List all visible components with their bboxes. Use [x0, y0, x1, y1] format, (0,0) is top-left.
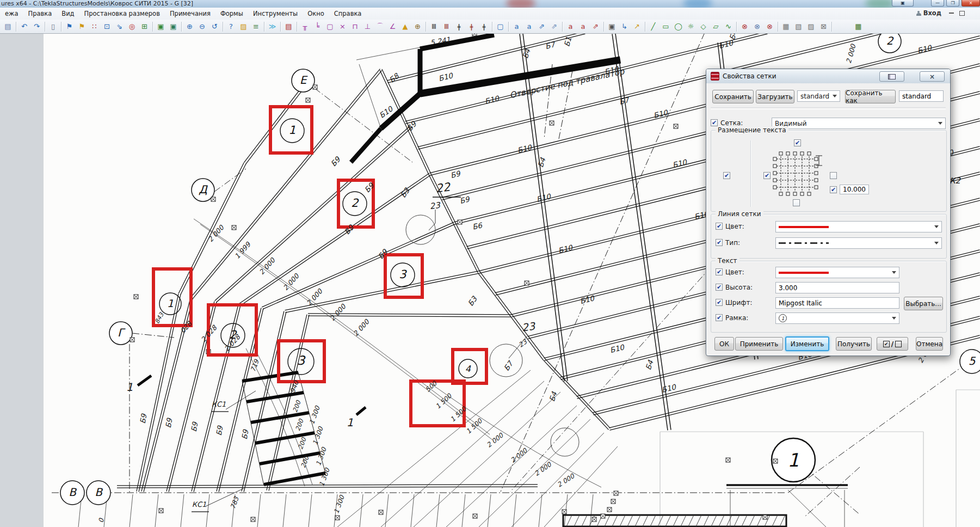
modify-button[interactable]: Изменить: [785, 336, 829, 351]
dim-perp-icon[interactable]: ╘: [311, 20, 324, 33]
note-leader1-icon[interactable]: ⇗: [535, 20, 548, 33]
zoom-previous-icon[interactable]: ↺: [208, 20, 221, 33]
dim-target-icon[interactable]: ⊕: [411, 20, 424, 33]
get-button[interactable]: Получить: [836, 337, 872, 351]
draw-curve-icon[interactable]: ∿: [722, 20, 735, 33]
draw-circle-icon[interactable]: ◯: [672, 20, 685, 33]
menu-item-9[interactable]: Справка: [329, 8, 367, 19]
dim-run2-icon[interactable]: Ⅲ: [440, 20, 453, 33]
dim-tag2-icon[interactable]: ǂ: [465, 20, 478, 33]
dialog-pin-button[interactable]: [879, 71, 904, 82]
dim-angle-icon[interactable]: ∠: [386, 20, 399, 33]
apply-button[interactable]: Применить: [735, 337, 783, 351]
draw-line-icon[interactable]: ╱: [647, 20, 660, 33]
arrow-plus-icon[interactable]: ↳: [618, 20, 631, 33]
maximize-button[interactable]: ❒: [946, 0, 959, 7]
text-height-checkbox[interactable]: ✔: [716, 284, 723, 291]
dim-bracket-icon[interactable]: ⊓: [349, 20, 361, 33]
ok-button[interactable]: ОК: [714, 337, 734, 351]
dim-cross-icon[interactable]: ×: [336, 20, 349, 33]
line-type-select[interactable]: [775, 237, 942, 249]
close-button[interactable]: ×: [961, 0, 980, 7]
draw-plate-icon[interactable]: ▱: [710, 20, 722, 33]
login-area[interactable]: Вход: [916, 9, 965, 17]
flag-yellow-icon[interactable]: ⚑: [76, 20, 88, 33]
mdi-minimize-icon[interactable]: [949, 13, 954, 14]
font-select-button[interactable]: Выбрать...: [904, 297, 943, 310]
redo-icon[interactable]: ↷: [30, 20, 43, 33]
dim-triangle-icon[interactable]: ▲: [399, 20, 411, 33]
grid-properties-dialog[interactable]: Свойства сетки × Сохранить Загрузить sta…: [706, 69, 951, 356]
minimize-button[interactable]: —: [931, 0, 944, 7]
dim-area-icon[interactable]: ▢: [324, 20, 336, 33]
save-icon[interactable]: ▤: [2, 20, 14, 33]
menu-item-1[interactable]: ежа: [0, 8, 23, 19]
new-sheet-icon[interactable]: ▯: [47, 20, 59, 33]
mark-leader-icon[interactable]: ⇗: [589, 20, 602, 33]
menu-item-5[interactable]: Примечания: [165, 8, 215, 19]
mdi-restore-icon[interactable]: [959, 11, 965, 16]
menu-item-8[interactable]: Окно: [303, 8, 329, 19]
dialog-title-bar[interactable]: Свойства сетки: [706, 69, 950, 83]
zoom-in-icon[interactable]: ⊕: [183, 20, 196, 33]
menu-item-2[interactable]: Правка: [23, 8, 57, 19]
title-bar[interactable]: ures x64 - C:\TeklaStructuresModels\Ковр…: [0, 0, 980, 8]
pin-button[interactable]: ▣: [892, 0, 914, 7]
more-tools-icon[interactable]: ≫: [266, 20, 279, 33]
nodes3-icon[interactable]: ▨: [805, 20, 817, 33]
stamp3-delete-icon[interactable]: ⊗: [763, 20, 776, 33]
save-as-input[interactable]: [899, 90, 944, 102]
nodes4-icon[interactable]: ⊠: [817, 20, 830, 33]
frame-checkbox[interactable]: ✔: [716, 314, 723, 321]
placement-top-checkbox[interactable]: ✔: [794, 139, 801, 146]
dim-arc-icon[interactable]: ⌒: [374, 20, 386, 33]
frame-icon[interactable]: ▣: [606, 20, 618, 33]
undo-icon[interactable]: ↶: [18, 20, 30, 33]
placement-right-checkbox[interactable]: [830, 172, 837, 179]
draw-poly-icon[interactable]: ◇: [697, 20, 710, 33]
dim-tag1-icon[interactable]: ǂ: [453, 20, 465, 33]
points-icon[interactable]: ∷: [88, 20, 101, 33]
menu-item-4[interactable]: Простановка размеров: [79, 8, 165, 19]
frame-select[interactable]: 1: [775, 312, 899, 324]
zoom-out-icon[interactable]: ⊖: [196, 20, 208, 33]
load-button[interactable]: Загрузить: [756, 90, 794, 103]
origin-icon[interactable]: ◎: [126, 20, 138, 33]
draw-rect-icon[interactable]: ▭: [660, 20, 672, 33]
grid-checkbox[interactable]: ✔: [711, 119, 718, 126]
menu-item-3[interactable]: Вид: [57, 8, 79, 19]
dim-run1-icon[interactable]: Ⅲ: [428, 20, 440, 33]
placement-offset-checkbox[interactable]: ✔: [830, 186, 837, 193]
text-font-checkbox[interactable]: ✔: [716, 299, 723, 306]
text-color-checkbox[interactable]: ✔: [716, 268, 723, 275]
mark-a1-icon[interactable]: a: [564, 20, 577, 33]
fit-view-icon[interactable]: ⊡: [101, 20, 113, 33]
line-color-select[interactable]: [775, 221, 942, 232]
display-icon[interactable]: ▤: [282, 20, 295, 33]
placement-grid-left-checkbox[interactable]: ✔: [763, 172, 771, 179]
list-icon[interactable]: ≡: [250, 20, 262, 33]
cancel-button[interactable]: Отмена: [916, 337, 943, 351]
select-area-icon[interactable]: ▢: [494, 20, 507, 33]
offset-input[interactable]: [840, 185, 869, 194]
nodes1-icon[interactable]: ▦: [780, 20, 792, 33]
placement-left-checkbox[interactable]: ✔: [723, 172, 730, 179]
draw-cloud-icon[interactable]: ☼: [685, 20, 697, 33]
copy-view-icon[interactable]: ▣: [155, 20, 167, 33]
note-leader2-icon[interactable]: ⇗: [548, 20, 560, 33]
menu-item-7[interactable]: Инструменты: [248, 8, 303, 19]
line-type-checkbox[interactable]: ✔: [716, 239, 723, 246]
dialog-close-button[interactable]: ×: [920, 71, 945, 82]
open-icon[interactable]: ▨: [237, 20, 250, 33]
mark-a2-icon[interactable]: a: [577, 20, 589, 33]
dim-two-points-icon[interactable]: ╥: [299, 20, 311, 33]
toggle-all-button[interactable]: ✔/: [877, 337, 908, 351]
save-as-button[interactable]: Сохранить как: [845, 90, 896, 103]
save-button[interactable]: Сохранить: [712, 90, 754, 103]
add-view-icon[interactable]: ⊞: [138, 20, 151, 33]
text-color-select[interactable]: [775, 267, 899, 278]
text-height-input[interactable]: [775, 282, 899, 293]
pencil-icon[interactable]: ↗: [631, 20, 643, 33]
create-grid-icon[interactable]: ▦: [852, 20, 865, 33]
profile-select[interactable]: standard: [797, 90, 840, 102]
